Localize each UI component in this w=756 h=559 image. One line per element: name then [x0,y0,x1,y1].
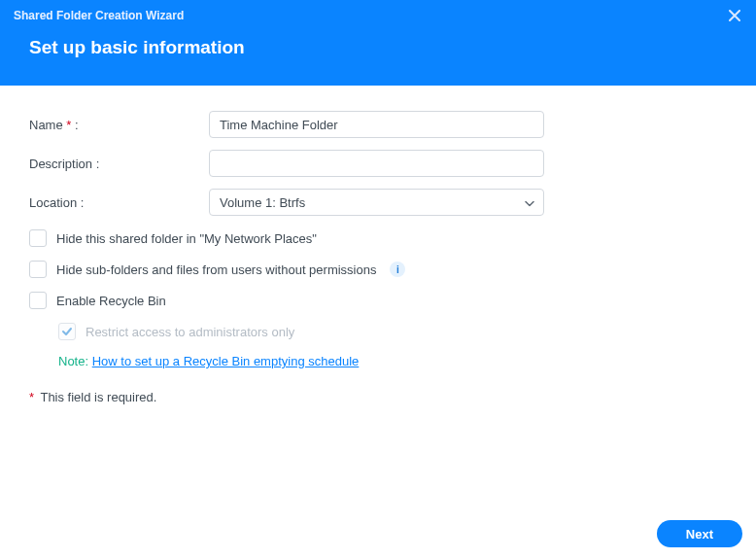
wizard-title: Shared Folder Creation Wizard [14,9,184,22]
label-location: Location : [29,195,209,210]
label-name-post: : [71,118,78,132]
checkbox-hide-network[interactable] [29,229,47,247]
location-select-value: Volume 1: Btrfs [209,189,544,216]
close-icon[interactable] [727,8,742,23]
required-note: * This field is required. [29,390,727,404]
label-restrict-admin: Restrict access to administrators only [86,325,294,339]
wizard-footer: Next [0,515,756,559]
checkbox-enable-recycle[interactable] [29,292,47,309]
row-description: Description : [29,150,727,177]
header-top: Shared Folder Creation Wizard [0,0,756,23]
label-hide-network: Hide this shared folder in "My Network P… [56,231,317,246]
form-body: Name * : Description : Location : Volume… [0,86,756,404]
label-name-pre: Name [29,118,66,132]
description-input[interactable] [209,150,544,177]
recycle-schedule-link[interactable]: How to set up a Recycle Bin emptying sch… [92,354,360,368]
required-asterisk-note: * [29,390,34,404]
page-title: Set up basic information [0,23,756,58]
row-hide-subfolders: Hide sub-folders and files from users wi… [29,261,727,278]
row-enable-recycle: Enable Recycle Bin [29,292,727,309]
required-text: This field is required. [40,390,156,404]
location-select[interactable]: Volume 1: Btrfs [209,189,544,216]
row-name: Name * : [29,111,727,138]
row-location: Location : Volume 1: Btrfs [29,189,727,216]
checkbox-hide-subfolders[interactable] [29,261,47,278]
label-name: Name * : [29,118,209,132]
name-input[interactable] [209,111,544,138]
label-enable-recycle: Enable Recycle Bin [56,294,166,308]
note-row: Note: How to set up a Recycle Bin emptyi… [58,354,727,368]
row-hide-network: Hide this shared folder in "My Network P… [29,229,727,247]
next-button[interactable]: Next [657,520,742,547]
label-hide-subfolders: Hide sub-folders and files from users wi… [56,262,376,277]
wizard-header: Shared Folder Creation Wizard Set up bas… [0,0,756,86]
note-label: Note: [58,354,88,368]
label-description: Description : [29,157,209,171]
checkbox-restrict-admin [58,323,76,340]
row-restrict-admin: Restrict access to administrators only [58,323,727,340]
info-icon[interactable]: i [390,262,405,277]
